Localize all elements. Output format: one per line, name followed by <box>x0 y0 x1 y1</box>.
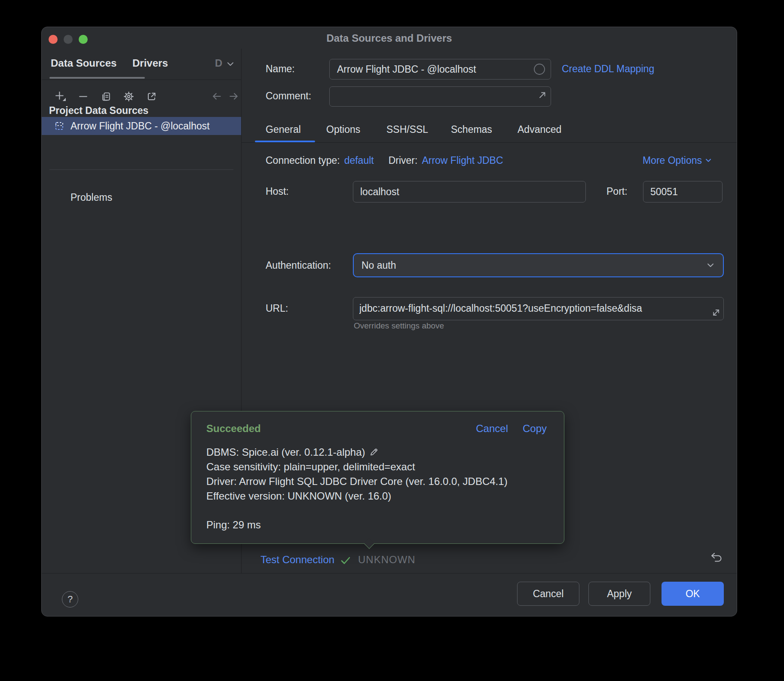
authentication-label: Authentication: <box>266 253 331 277</box>
tab-data-sources[interactable]: Data Sources <box>51 55 116 72</box>
chevron-down-icon <box>706 261 715 270</box>
host-value: localhost <box>360 181 399 202</box>
chevron-down-icon <box>704 156 712 164</box>
comment-label: Comment: <box>266 86 311 106</box>
url-input[interactable]: jdbc:arrow-flight-sql://localhost:50051?… <box>353 297 724 320</box>
footer: ? Cancel Apply OK <box>42 574 737 616</box>
screen: Data Sources and Drivers Data Sources Dr… <box>0 0 784 681</box>
sidebar-divider <box>49 169 233 170</box>
gear-icon[interactable] <box>121 89 136 104</box>
window-title: Data Sources and Drivers <box>42 27 737 49</box>
more-options-link[interactable]: More Options <box>643 153 712 167</box>
sidebar-item-problems[interactable]: Problems <box>70 192 112 203</box>
effective-version-info: Effective version: UNKNOWN (ver. 16.0) <box>206 489 508 503</box>
cancel-button[interactable]: Cancel <box>517 582 579 606</box>
popup-copy-link[interactable]: Copy <box>523 423 547 435</box>
url-hint-text: Overrides settings above <box>354 321 444 331</box>
tab-options[interactable]: Options <box>326 122 360 137</box>
authentication-value: No auth <box>361 254 396 276</box>
sidebar-tab-bar: Data Sources Drivers D <box>42 49 241 80</box>
undo-icon[interactable] <box>710 551 723 565</box>
apply-button[interactable]: Apply <box>588 582 650 606</box>
popup-details: DBMS: Spice.ai (ver. 0.12.1-alpha) Case … <box>206 445 508 532</box>
ping-info: Ping: 29 ms <box>206 518 508 532</box>
tab-bar-divider <box>242 142 737 143</box>
help-button[interactable]: ? <box>62 591 78 607</box>
name-input[interactable]: Arrow Flight JDBC - @localhost <box>329 59 551 80</box>
data-source-list-item-selected[interactable]: Arrow Flight JDBC - @localhost <box>42 117 241 135</box>
case-sensitivity-info: Case sensitivity: plain=upper, delimited… <box>206 460 508 474</box>
driver-value-link[interactable]: Arrow Flight JDBC <box>422 155 503 166</box>
test-connection-result-popup: Succeeded Cancel Copy DBMS: Spice.ai (ve… <box>191 411 564 544</box>
connection-type-value-link[interactable]: default <box>344 155 374 166</box>
add-icon[interactable] <box>53 89 67 104</box>
port-input[interactable]: 50051 <box>643 181 723 202</box>
open-in-new-window-icon[interactable] <box>144 89 159 104</box>
expand-url-icon[interactable] <box>711 307 721 318</box>
title-bar: Data Sources and Drivers <box>42 27 737 49</box>
popup-cancel-link[interactable]: Cancel <box>476 423 508 435</box>
status-succeeded: Succeeded <box>206 423 261 435</box>
refresh-circle-icon <box>533 63 545 75</box>
tab-drivers[interactable]: Drivers <box>132 55 168 72</box>
test-result-text: UNKNOWN <box>358 554 416 566</box>
dbms-info: DBMS: Spice.ai (ver. 0.12.1-alpha) <box>206 446 365 458</box>
duplicate-icon[interactable] <box>98 89 113 104</box>
host-label: Host: <box>266 181 289 202</box>
data-sources-dialog: Data Sources and Drivers Data Sources Dr… <box>41 27 737 617</box>
driver-label: Driver: <box>389 155 418 166</box>
name-value: Arrow Flight JDBC - @localhost <box>337 59 476 79</box>
name-label: Name: <box>266 59 295 79</box>
create-ddl-mapping-link[interactable]: Create DDL Mapping <box>562 59 654 79</box>
port-value: 50051 <box>650 181 678 202</box>
active-tab-indicator <box>49 77 145 79</box>
url-value: jdbc:arrow-flight-sql://localhost:50051?… <box>359 298 715 319</box>
ok-button[interactable]: OK <box>662 582 724 606</box>
authentication-select[interactable]: No auth <box>353 253 724 277</box>
more-options-label: More Options <box>643 155 702 166</box>
host-input[interactable]: localhost <box>353 181 586 202</box>
tab-general[interactable]: General <box>266 122 301 137</box>
connection-type-label: Connection type: <box>266 155 340 166</box>
tab-schemas[interactable]: Schemas <box>451 122 492 137</box>
forward-arrow-icon[interactable] <box>227 89 241 104</box>
back-arrow-icon[interactable] <box>209 89 224 104</box>
comment-input[interactable] <box>329 86 551 107</box>
pencil-icon[interactable] <box>369 447 379 457</box>
project-data-sources-header: Project Data Sources <box>49 105 148 117</box>
tab-overflow-chevron-icon[interactable] <box>226 59 235 69</box>
remove-icon[interactable] <box>76 89 90 104</box>
port-label: Port: <box>606 181 628 202</box>
driver-info: Driver: Arrow Flight SQL JDBC Driver Cor… <box>206 474 508 489</box>
data-source-icon <box>55 121 64 131</box>
test-connection-link[interactable]: Test Connection <box>260 554 334 566</box>
tab-ddl-truncated[interactable]: D <box>215 55 222 72</box>
tab-ssh-ssl[interactable]: SSH/SSL <box>386 122 428 137</box>
settings-tab-bar: General Options SSH/SSL Schemas Advanced <box>242 122 737 142</box>
url-label: URL: <box>266 297 288 319</box>
data-source-name: Arrow Flight JDBC - @localhost <box>70 120 210 132</box>
expand-comment-icon[interactable] <box>537 90 548 100</box>
tab-advanced[interactable]: Advanced <box>518 122 561 137</box>
checkmark-icon <box>340 555 351 566</box>
connection-type-row: Connection type: default Driver: Arrow F… <box>266 153 503 167</box>
